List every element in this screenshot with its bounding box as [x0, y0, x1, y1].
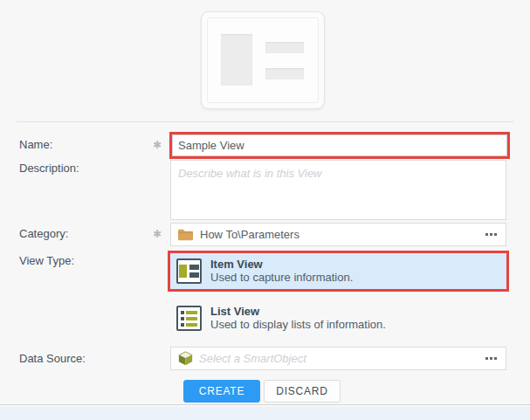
item-view-title: Item View: [210, 258, 353, 272]
footer-strip: [0, 407, 530, 420]
section-divider: [17, 121, 513, 122]
view-type-label: View Type:: [19, 254, 74, 267]
category-label: Category:: [19, 227, 68, 240]
category-value: How To\Parameters: [200, 228, 299, 241]
annotation-highlight-item-view: Item View Used to capture information.: [168, 251, 509, 292]
list-view-description: Used to display lists of information.: [210, 319, 386, 332]
name-label: Name:: [19, 138, 52, 151]
annotation-highlight-name: [169, 132, 510, 159]
list-view-title: List View: [210, 306, 386, 319]
list-view-icon: [176, 306, 202, 331]
preview-column-shape: [221, 34, 252, 86]
discard-button[interactable]: DISCARD: [264, 380, 341, 403]
folder-icon: [178, 229, 193, 241]
create-view-dialog: Name: ✱ Description: Category: ✱ How To\…: [0, 0, 530, 420]
preview-bar-shape: [265, 42, 304, 53]
description-label: Description:: [19, 162, 79, 175]
item-view-description: Used to capture information.: [210, 272, 353, 285]
data-source-placeholder: Select a SmartObject: [199, 352, 306, 365]
footer-divider: [0, 404, 530, 405]
view-preview-thumbnail: [201, 11, 325, 109]
data-source-label: Data Source:: [19, 352, 86, 365]
view-type-option-list-view[interactable]: List View Used to display lists of infor…: [170, 300, 506, 336]
category-field[interactable]: How To\Parameters: [170, 223, 506, 246]
view-type-option-item-view[interactable]: Item View Used to capture information.: [170, 253, 506, 289]
name-input[interactable]: [172, 134, 507, 156]
description-textarea[interactable]: [170, 160, 506, 220]
preview-bar-shape: [265, 68, 304, 79]
data-source-browse-ellipsis-icon[interactable]: [484, 354, 499, 363]
data-source-field[interactable]: Select a SmartObject: [170, 347, 506, 370]
required-icon: ✱: [153, 228, 162, 240]
required-icon: ✱: [153, 139, 162, 151]
category-browse-ellipsis-icon[interactable]: [484, 230, 499, 239]
create-button[interactable]: CREATE: [183, 380, 260, 403]
item-view-icon: [176, 258, 202, 284]
smartobject-cube-icon: [178, 351, 193, 366]
